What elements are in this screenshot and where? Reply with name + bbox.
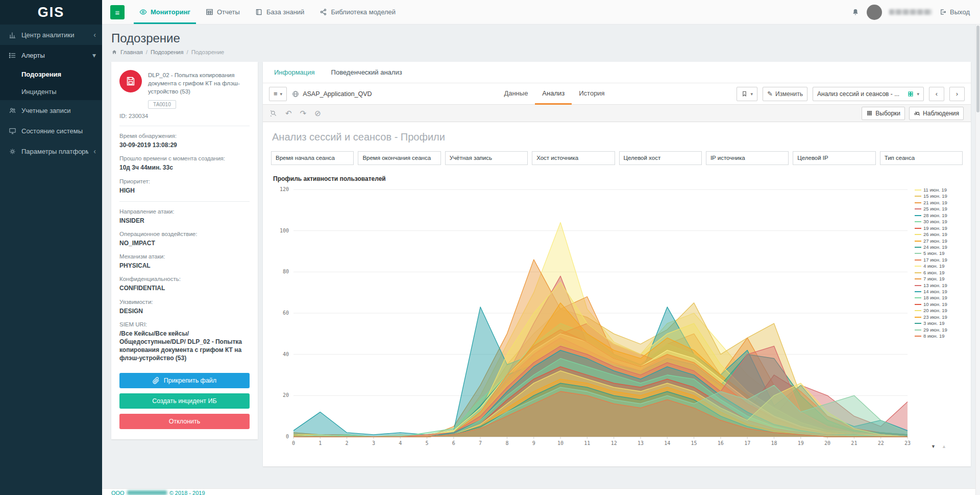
insights-button[interactable]: Наблюдения [909, 107, 964, 120]
app-logo[interactable]: GIS [0, 0, 102, 25]
nav-item-reports[interactable]: Отчеты [198, 0, 248, 24]
svg-text:40: 40 [283, 351, 289, 357]
legend-item[interactable]: 27 июн. 19 [915, 239, 963, 244]
filter-listbox[interactable]: Хост источника [532, 151, 615, 165]
sidebar-item-system-state[interactable]: Состояние системы [0, 121, 102, 141]
sidebar-item-analytics-center[interactable]: Центр аналитики ‹ [0, 25, 102, 45]
smart-search-icon[interactable] [270, 110, 277, 117]
sidebar-item-label: Центр аналитики [21, 31, 88, 39]
legend-item[interactable]: 11 июн. 19 [915, 187, 963, 193]
field-label: SIEM URI: [119, 321, 250, 327]
attach-file-button[interactable]: Прикрепить файл [119, 373, 250, 388]
legend-item[interactable]: 28 июн. 19 [915, 213, 963, 218]
legend-item[interactable]: 24 июн. 19 [915, 245, 963, 250]
bookmarks-button[interactable]: ▾ [737, 87, 757, 101]
filter-listbox[interactable]: Целевой хост [619, 151, 702, 165]
filter-listbox[interactable]: Время окончания сеанса [358, 151, 440, 165]
tab-behavioral-analysis[interactable]: Поведенческий анализ [323, 62, 410, 83]
filter-listbox[interactable]: Учётная запись [445, 151, 528, 165]
avatar[interactable] [867, 5, 882, 20]
global-menu-button[interactable]: ≡ ▾ [269, 87, 287, 101]
selections-forward-icon[interactable]: ↷ [300, 109, 307, 118]
activity-chart[interactable]: 0204060801001200123456789101112131415161… [271, 184, 913, 450]
field-value: 10д 3ч 44мин. 33с [119, 163, 250, 172]
svg-text:60: 60 [283, 310, 289, 316]
legend-item[interactable]: 4 июн. 19 [915, 264, 963, 269]
svg-text:12: 12 [611, 440, 617, 446]
filter-listbox[interactable]: Тип сеанса [880, 151, 963, 165]
legend-item[interactable]: 3 июн. 19 [915, 321, 963, 326]
legend-item[interactable]: 17 июн. 19 [915, 257, 963, 263]
legend-item[interactable]: 5 июн. 19 [915, 251, 963, 256]
svg-text:16: 16 [718, 440, 724, 446]
scrollbar-thumb[interactable] [976, 26, 979, 112]
breadcrumb-home[interactable]: Главная [120, 49, 143, 55]
sheet-selector[interactable]: Анализ сессий и сеансов - ... ▾ [813, 87, 924, 101]
filter-listbox[interactable]: Время начала сеанса [271, 151, 354, 165]
svg-text:11: 11 [584, 440, 590, 446]
sidebar-item-label: Учетные записи [21, 107, 96, 114]
legend-item[interactable]: 25 июн. 19 [915, 206, 963, 211]
sidebar-toggle-button[interactable]: ≡ [110, 5, 125, 19]
legend-item[interactable]: 30 июн. 19 [915, 219, 963, 224]
page-scrollbar[interactable] [975, 25, 980, 495]
legend-color-dash [915, 234, 921, 235]
breadcrumb: Главная / Подозрения / Подозрение [111, 49, 971, 55]
bell-icon[interactable] [851, 8, 860, 16]
tab-information[interactable]: Информация [266, 62, 323, 83]
sidebar-item-suspicions[interactable]: Подозрения [0, 65, 102, 83]
nav-item-model-library[interactable]: Библиотека моделей [312, 0, 403, 24]
create-incident-button[interactable]: Создать инцидент ИБ [119, 393, 250, 409]
next-sheet-button[interactable]: › [949, 87, 965, 101]
legend-label: 21 июн. 19 [923, 200, 947, 205]
legend-item[interactable]: 18 июн. 19 [915, 295, 963, 300]
chart-block: Профиль активности пользователей 0204060… [271, 175, 963, 461]
filter-listbox[interactable]: IP источника [706, 151, 789, 165]
clear-selections-icon[interactable]: ⊘ [314, 109, 321, 118]
qlik-tab-history[interactable]: История [572, 83, 611, 105]
breadcrumb-suspicions[interactable]: Подозрения [151, 49, 183, 55]
legend-item[interactable]: 10 июн. 19 [915, 302, 963, 307]
legend-label: 25 июн. 19 [923, 206, 947, 211]
legend-item[interactable]: 15 июн. 19 [915, 194, 963, 199]
svg-text:7: 7 [479, 440, 482, 446]
legend-item[interactable]: 14 июн. 19 [915, 289, 963, 294]
selections-tool-button[interactable]: Выборки [862, 107, 905, 120]
legend-item[interactable]: 23 июн. 19 [915, 315, 963, 320]
legend-color-dash [915, 241, 921, 242]
sidebar-item-alerts[interactable]: Алерты ▾ [0, 45, 102, 65]
legend-item[interactable]: 13 июн. 19 [915, 283, 963, 288]
nav-item-knowledge-base[interactable]: База знаний [248, 0, 312, 24]
qlik-tab-data[interactable]: Данные [497, 83, 535, 105]
chart-legend: 11 июн. 1915 июн. 1921 июн. 1925 июн. 19… [913, 184, 963, 450]
legend-item[interactable]: 8 июн. 19 [915, 334, 963, 339]
logout-button[interactable]: Выход [939, 8, 970, 16]
decline-button[interactable]: Отклонить [119, 414, 250, 429]
legend-label: 3 июн. 19 [923, 321, 944, 326]
legend-item[interactable]: 29 июн. 19 [915, 327, 963, 333]
nav-item-monitoring[interactable]: Мониторинг [132, 0, 198, 24]
legend-scroll-down-icon[interactable]: ▼ [931, 444, 936, 449]
legend-item[interactable]: 21 июн. 19 [915, 200, 963, 205]
edit-button[interactable]: ✎ Изменить [763, 87, 807, 101]
sidebar-item-accounts[interactable]: Учетные записи [0, 100, 102, 121]
legend-item[interactable]: 6 июн. 19 [915, 270, 963, 275]
legend-scroll-up-icon[interactable]: ▲ [942, 444, 946, 449]
legend-item[interactable]: 20 июн. 19 [915, 308, 963, 313]
qlik-app-name: ASAP_Application_QVD [303, 90, 372, 98]
prev-sheet-button[interactable]: ‹ [929, 87, 944, 101]
qlik-app-name-wrap: ASAP_Application_QVD [292, 90, 372, 98]
selections-back-icon[interactable]: ↶ [285, 109, 292, 118]
filter-listbox[interactable]: Целевой IP [793, 151, 875, 165]
sidebar-item-incidents[interactable]: Инциденты [0, 83, 102, 100]
legend-label: 10 июн. 19 [923, 302, 947, 307]
field-value: DESIGN [119, 307, 250, 315]
svg-text:100: 100 [280, 228, 289, 233]
legend-color-dash [915, 336, 921, 337]
legend-color-dash [915, 196, 921, 197]
legend-item[interactable]: 7 июн. 19 [915, 276, 963, 281]
qlik-tab-analysis[interactable]: Анализ [535, 83, 572, 105]
legend-item[interactable]: 19 июн. 19 [915, 226, 963, 231]
legend-item[interactable]: 26 июн. 19 [915, 232, 963, 237]
sidebar-item-platform-settings[interactable]: Параметры платформы ‹ [0, 141, 102, 161]
